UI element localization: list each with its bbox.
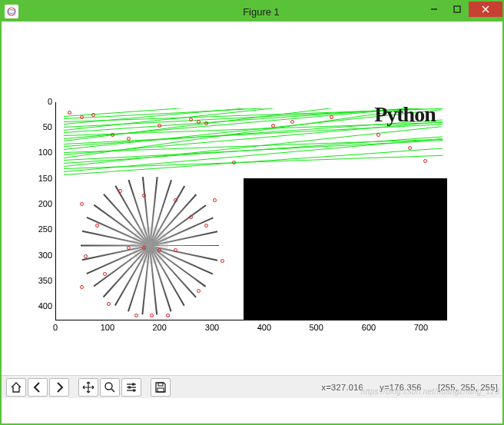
configure-button[interactable]	[121, 378, 141, 397]
y-tick: 300	[25, 251, 52, 260]
save-icon	[154, 381, 167, 393]
minimize-icon	[430, 5, 438, 13]
maximize-icon	[453, 5, 461, 13]
python-text: Python	[374, 102, 436, 127]
y-axis-ticks: 0 50 100 150 200 250 300 350 400	[25, 97, 52, 324]
x-tick: 200	[152, 323, 166, 332]
svg-line-6	[111, 389, 114, 392]
window-controls	[423, 2, 502, 17]
x-tick: 400	[257, 323, 271, 332]
close-icon	[481, 5, 490, 14]
cursor-y: y=176.356	[380, 383, 421, 392]
svg-rect-14	[158, 388, 164, 392]
cursor-pixel: [255, 255, 255]	[438, 383, 498, 392]
svg-rect-2	[454, 6, 460, 12]
y-tick: 350	[25, 276, 52, 285]
zoom-button[interactable]	[100, 378, 120, 397]
cursor-x: x=327.016	[322, 383, 363, 392]
pan-button[interactable]	[78, 378, 98, 397]
svg-point-5	[105, 383, 112, 390]
sliders-icon	[125, 381, 138, 393]
x-tick: 300	[205, 323, 219, 332]
plot-area[interactable]: Python	[55, 102, 447, 320]
back-button[interactable]	[28, 378, 48, 397]
black-region	[244, 178, 447, 320]
home-icon	[10, 381, 22, 393]
y-tick: 150	[25, 174, 52, 183]
cursor-status: x=327.016 y=176.356 [255, 255, 255]	[308, 383, 498, 392]
x-tick: 600	[362, 323, 376, 332]
y-tick: 250	[25, 224, 52, 234]
maximize-button[interactable]	[446, 2, 469, 17]
y-tick: 50	[25, 122, 52, 131]
zoom-icon	[104, 381, 116, 393]
x-tick: 100	[101, 323, 114, 332]
minimize-button[interactable]	[423, 2, 446, 17]
y-tick: 0	[25, 97, 52, 106]
arrow-right-icon	[53, 381, 65, 393]
matplotlib-toolbar: x=327.016 y=176.356 [255, 255, 255]	[2, 375, 502, 398]
y-tick: 100	[25, 148, 52, 157]
figure-canvas[interactable]: 0 50 100 150 200 250 300 350 400 0 100 2…	[2, 22, 502, 398]
svg-rect-10	[132, 383, 134, 385]
save-button[interactable]	[151, 378, 171, 397]
x-tick: 700	[414, 323, 428, 332]
svg-rect-11	[128, 386, 131, 388]
home-button[interactable]	[6, 378, 26, 397]
radial-burst	[56, 176, 244, 320]
app-icon	[5, 5, 18, 18]
image-content: Python	[56, 102, 447, 320]
svg-rect-12	[133, 389, 135, 391]
close-button[interactable]	[469, 2, 502, 17]
arrow-left-icon	[32, 381, 44, 393]
figure-window: Figure 1 0 50 100 150 200 250 300 350 40…	[0, 0, 504, 425]
svg-point-0	[8, 8, 15, 15]
x-tick: 0	[53, 323, 58, 332]
y-tick: 200	[25, 199, 52, 208]
titlebar[interactable]: Figure 1	[2, 2, 502, 22]
forward-button[interactable]	[49, 378, 69, 397]
y-tick: 400	[25, 301, 52, 310]
move-icon	[82, 381, 94, 393]
x-axis-ticks: 0 100 200 300 400 500 600 700	[55, 323, 447, 337]
x-tick: 500	[309, 323, 323, 332]
